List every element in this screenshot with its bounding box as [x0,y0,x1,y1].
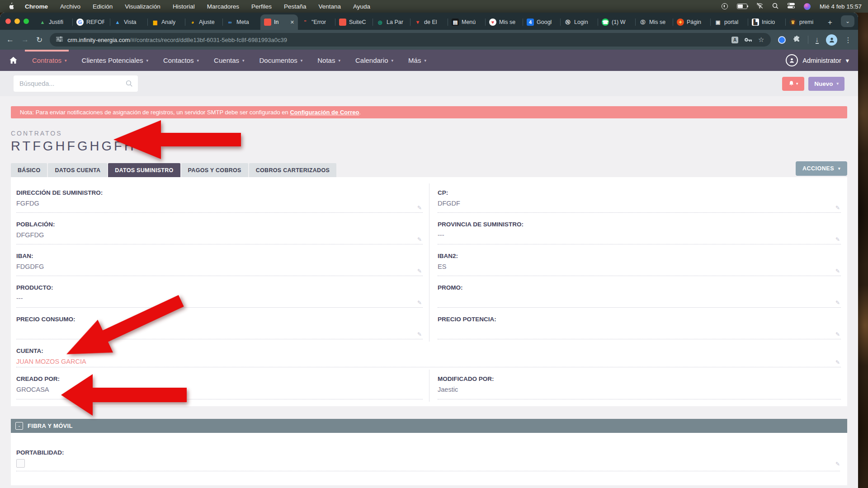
new-tab-button[interactable]: + [824,17,836,28]
edit-icon[interactable]: ✎ [835,359,840,366]
nuevo-button[interactable]: Nuevo ▾ [808,77,844,91]
menu-historial[interactable]: Historial [173,3,195,10]
edit-icon[interactable]: ✎ [835,205,840,211]
browser-tab[interactable]: ▼de El [410,14,448,30]
battery-icon[interactable] [737,4,747,9]
browser-tab[interactable]: ⓃLogin [561,14,598,30]
tab-close-icon[interactable]: ✕ [290,19,294,25]
nav-item-documentos[interactable]: Documentos▾ [259,56,303,64]
portabilidad-checkbox[interactable] [16,459,25,468]
edit-icon[interactable]: ✎ [835,331,840,338]
user-menu[interactable]: Administrator ▾ [786,54,849,66]
browser-tab[interactable]: ▲Justifi [35,14,73,30]
cuenta-link[interactable]: JUAN MOZOS GARCIA [16,358,841,366]
edit-icon[interactable]: ✎ [417,268,422,274]
notifications-button[interactable]: ▾ [782,77,804,91]
back-button[interactable]: ← [6,35,14,44]
nav-item-contratos[interactable]: Contratos▾ [32,56,67,64]
onepassword-extension-icon[interactable] [778,36,786,44]
browser-tab[interactable]: ♛premi [786,14,823,30]
menu-ventana[interactable]: Ventana [318,3,341,10]
edit-icon[interactable]: ✎ [417,331,422,338]
menu-perfiles[interactable]: Perfiles [251,3,272,10]
siri-icon[interactable] [804,3,811,10]
address-bar[interactable]: crm.infinity-energia.com/#/contracts/rec… [50,33,770,47]
nav-item-contactos[interactable]: Contactos▾ [163,56,199,64]
browser-tab[interactable]: ▣portal [711,14,748,30]
browser-tab[interactable]: SuiteC [335,14,373,30]
extensions-puzzle-icon[interactable] [793,35,801,45]
tab-search-button[interactable]: ⌄ [841,15,854,27]
browser-tab-active[interactable]: In✕ [260,14,298,30]
browser-tab[interactable]: 4Googl [523,14,561,30]
favorite-star-icon[interactable]: ☆ [140,141,148,152]
wifi-off-icon[interactable] [756,3,763,10]
browser-profile-avatar[interactable] [826,34,837,46]
tab-cobros-carterizados[interactable]: COBROS CARTERIZADOS [249,163,336,177]
menu-archivo[interactable]: Archivo [60,3,80,10]
nav-item-calendario[interactable]: Calendario▾ [355,56,393,64]
menu-marcadores[interactable]: Marcadores [207,3,239,10]
forward-button[interactable]: → [21,35,29,44]
password-key-icon[interactable] [745,36,752,44]
menu-ayuda[interactable]: Ayuda [353,3,370,10]
tab-favicon: ☎ [602,19,609,26]
browser-tab[interactable]: ▤Menú [448,14,486,30]
site-info-icon[interactable] [56,36,63,44]
bookmark-star-icon[interactable]: ☆ [758,36,764,44]
browser-tab[interactable]: ⓈMis se [636,14,673,30]
browser-tab[interactable]: ◎La Par [373,14,410,30]
menu-chrome[interactable]: Chrome [25,3,48,10]
browser-tab[interactable]: ▆Analy [148,14,185,30]
onepassword-menubar-icon[interactable] [722,3,728,9]
browser-tab[interactable]: ∞Meta [223,14,260,30]
browser-tab[interactable]: GREFOR [73,14,110,30]
nav-item-mas[interactable]: Más▾ [408,56,426,64]
menu-visualizacion[interactable]: Visualización [125,3,160,10]
edit-icon[interactable]: ✎ [835,461,840,467]
spotlight-icon[interactable] [772,3,778,10]
edit-icon[interactable]: ✎ [417,300,422,306]
downloads-icon[interactable]: ↓ [816,36,819,44]
tab-basico[interactable]: BÁSICO [11,163,47,177]
reload-button[interactable]: ↻ [36,35,42,45]
window-controls [5,19,29,24]
chevron-down-icon: ▾ [301,58,303,63]
menu-pestana[interactable]: Pestaña [284,3,307,10]
chrome-menu-icon[interactable]: ⋮ [844,36,852,44]
home-icon[interactable] [9,56,18,64]
browser-tab[interactable]: ▲Vista [110,14,148,30]
close-window-button[interactable] [5,19,11,24]
menu-edicion[interactable]: Edición [93,3,113,10]
nav-item-notas[interactable]: Notas▾ [317,56,340,64]
zoom-window-button[interactable] [24,19,29,24]
tab-pagos-y-cobros[interactable]: PAGOS Y COBROS [181,163,248,177]
translate-icon[interactable]: A [731,37,738,43]
tab-favicon [339,19,346,26]
browser-tab[interactable]: ☎(1) W [598,14,636,30]
apple-menu-icon[interactable] [8,3,14,10]
nav-item-cuentas[interactable]: Cuentas▾ [214,56,244,64]
browser-tab[interactable]: ♥Mis se [486,14,523,30]
tab-datos-cuenta[interactable]: DATOS CUENTA [48,163,107,177]
notice-link[interactable]: Configuración de Correo [290,109,359,116]
edit-icon[interactable]: ✎ [417,236,422,243]
minimize-window-button[interactable] [14,19,20,24]
edit-icon[interactable]: ✎ [417,205,422,211]
edit-icon[interactable]: ✎ [835,268,840,274]
collapse-icon[interactable]: - [15,422,23,430]
browser-tab[interactable]: ▙Inicio [748,14,786,30]
edit-icon[interactable]: ✎ [835,300,840,306]
edit-icon[interactable]: ✎ [835,236,840,243]
browser-tab[interactable]: ”"Error [298,14,335,30]
tab-datos-suministro[interactable]: DATOS SUMINISTRO [108,163,180,177]
search-input[interactable] [14,75,138,92]
tab-favicon [264,19,271,26]
control-center-icon[interactable] [788,3,795,10]
acciones-button[interactable]: ACCIONES▾ [796,161,847,176]
browser-tab[interactable]: ✦Págin [673,14,711,30]
tab-favicon: ” [302,19,309,26]
nav-item-clientes-potenciales[interactable]: Clientes Potenciales▾ [82,56,148,64]
tab-favicon: Ⓝ [564,19,571,26]
browser-tab[interactable]: ◕Ajuste [185,14,223,30]
